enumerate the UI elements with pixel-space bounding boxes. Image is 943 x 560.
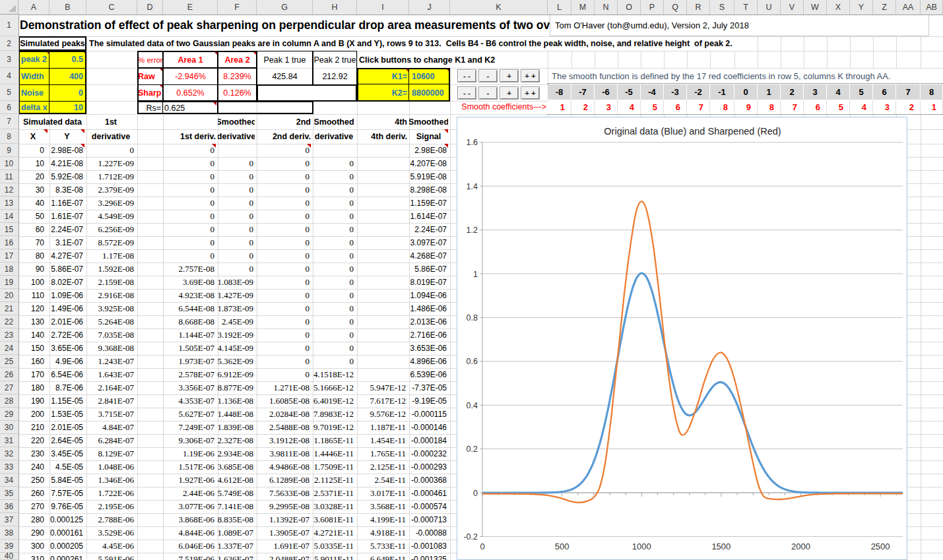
row-header-16[interactable]: 16 xyxy=(0,236,18,249)
cell-A21[interactable]: 120 xyxy=(18,302,48,315)
header8-derivative[interactable]: derivative xyxy=(218,129,255,144)
cell-H40[interactable]: 5.9011E-11 xyxy=(313,553,355,560)
cell-A13[interactable]: 40 xyxy=(18,197,48,210)
row-header-30[interactable]: 30 xyxy=(0,421,18,434)
cell-A34[interactable]: 250 xyxy=(18,474,48,487)
cell-F19[interactable]: 1.083E-09 xyxy=(218,276,255,289)
cell-B33[interactable]: 4.5E-05 xyxy=(49,460,84,474)
cell-B36[interactable]: 9.76E-05 xyxy=(49,500,84,513)
row-header-3[interactable]: 3 xyxy=(0,51,18,68)
column-header-N[interactable]: N xyxy=(595,0,618,15)
k-buttons-caption[interactable]: Click buttons to change K1 and K2 xyxy=(359,51,550,68)
cell-G37[interactable]: 1.1392E-07 xyxy=(257,513,311,526)
cell-I38[interactable]: 4.918E-11 xyxy=(357,526,407,540)
cell-A24[interactable]: 150 xyxy=(18,342,48,355)
cell-H39[interactable]: 5.0335E-11 xyxy=(313,540,355,553)
cell-H32[interactable]: 1.4446E-11 xyxy=(313,447,355,460)
cell-C39[interactable]: 4.45E-06 xyxy=(86,540,135,553)
cell-G15[interactable]: 0 xyxy=(257,223,311,236)
cell-C15[interactable]: 6.256E-09 xyxy=(86,223,135,236)
column-header-E[interactable]: E xyxy=(163,0,218,15)
row-header-19[interactable]: 19 xyxy=(0,276,18,289)
cell-F26[interactable]: 6.912E-09 xyxy=(218,368,255,381)
cell-B16[interactable]: 3.1E-07 xyxy=(49,236,84,249)
column-header-Z[interactable]: Z xyxy=(873,0,896,15)
cell-H33[interactable]: 1.7509E-11 xyxy=(313,460,355,474)
cell-E28[interactable]: 4.353E-07 xyxy=(163,394,216,408)
cell-A38[interactable]: 290 xyxy=(18,526,48,540)
cell-E29[interactable]: 5.627E-07 xyxy=(163,408,216,421)
column-header-Y[interactable]: Y xyxy=(850,0,873,15)
cell-A16[interactable]: 70 xyxy=(18,236,48,249)
cell-F40[interactable]: 1.636E-07 xyxy=(218,553,255,560)
row-header-14[interactable]: 14 xyxy=(0,210,18,223)
cell-A22[interactable]: 130 xyxy=(18,315,48,328)
header8-4thderiv[interactable]: 4th deriv. xyxy=(357,129,407,144)
cell-E32[interactable]: 1.19E-06 xyxy=(163,447,216,460)
cell-B35[interactable]: 7.57E-05 xyxy=(49,487,84,500)
cell-J33[interactable]: -0.000293 xyxy=(409,460,448,474)
row-header-2[interactable]: 2 xyxy=(0,36,18,51)
header7-col9[interactable]: Smoothed xyxy=(409,114,448,129)
cell-J20[interactable]: 1.094E-06 xyxy=(409,289,448,302)
cell-J14[interactable]: 1.614E-07 xyxy=(409,210,448,223)
cell-A40[interactable]: 310 xyxy=(18,553,48,560)
cell-J26[interactable]: 6.539E-06 xyxy=(409,368,448,381)
cell-C35[interactable]: 1.722E-06 xyxy=(86,487,135,500)
cell-I37[interactable]: 4.199E-11 xyxy=(357,513,407,526)
header7-col7[interactable]: Smoothed xyxy=(313,114,355,129)
cell-H35[interactable]: 2.5371E-11 xyxy=(313,487,355,500)
row-header-39[interactable]: 39 xyxy=(0,540,18,553)
cell-C25[interactable]: 1.243E-07 xyxy=(86,355,135,368)
cell-F23[interactable]: 3.192E-09 xyxy=(218,328,255,342)
cell-I32[interactable]: 1.765E-11 xyxy=(357,447,407,460)
cell-J24[interactable]: 3.653E-06 xyxy=(409,342,448,355)
header8-Signal[interactable]: Signal xyxy=(409,129,448,144)
cell-F37[interactable]: 8.835E-08 xyxy=(218,513,255,526)
cell-J39[interactable]: -0.001083 xyxy=(409,540,448,553)
column-header-U[interactable]: U xyxy=(758,0,781,15)
cell-B20[interactable]: 1.09E-06 xyxy=(49,289,84,302)
cell-E36[interactable]: 3.077E-06 xyxy=(163,500,216,513)
cell-A39[interactable]: 300 xyxy=(18,540,48,553)
cell-J28[interactable]: -9.19E-05 xyxy=(409,394,448,408)
cell-G40[interactable]: 2.0488E-07 xyxy=(257,553,311,560)
cell-B24[interactable]: 3.65E-06 xyxy=(49,342,84,355)
embedded-chart[interactable]: 1.61.41.210.80.60.40.20-0.20500100015002… xyxy=(457,117,907,560)
cell-F36[interactable]: 7.141E-08 xyxy=(218,500,255,513)
cell-B27[interactable]: 8.7E-06 xyxy=(49,381,84,394)
cell-H25[interactable]: 0 xyxy=(313,355,355,368)
cell-C40[interactable]: 5.591E-06 xyxy=(86,553,135,560)
row-header-1[interactable]: 1 xyxy=(0,15,18,36)
row-header-7[interactable]: 7 xyxy=(0,114,18,129)
cell-C14[interactable]: 4.549E-09 xyxy=(86,210,135,223)
cell-H22[interactable]: 0 xyxy=(313,315,355,328)
cell-I29[interactable]: 9.576E-12 xyxy=(357,408,407,421)
row-header-24[interactable]: 24 xyxy=(0,342,18,355)
coefficient-10[interactable]: 8 xyxy=(758,100,781,114)
cell-C37[interactable]: 2.788E-06 xyxy=(86,513,135,526)
cell-E25[interactable]: 1.973E-07 xyxy=(163,355,216,368)
sheet-description[interactable]: The simulated data of two Gaussian peaks… xyxy=(89,36,749,51)
header8-2ndderiv[interactable]: 2nd deriv. xyxy=(257,129,311,144)
header8-derivative[interactable]: derivative xyxy=(86,129,135,144)
column-header-T[interactable]: T xyxy=(734,0,758,15)
column-header-AB[interactable]: AB xyxy=(921,0,943,15)
cell-F16[interactable]: 0 xyxy=(218,236,255,249)
cell-G39[interactable]: 1.691E-07 xyxy=(257,540,311,553)
row-header-12[interactable]: 12 xyxy=(0,183,18,197)
cell-B10[interactable]: 4.21E-08 xyxy=(49,157,84,170)
cell-A31[interactable]: 220 xyxy=(18,434,48,447)
column-header-B[interactable]: B xyxy=(49,0,86,15)
cell-B21[interactable]: 1.49E-06 xyxy=(49,302,84,315)
header8-1stderiv[interactable]: 1st deriv. xyxy=(163,129,216,144)
cell-E11[interactable]: 0 xyxy=(163,170,216,183)
cell-C12[interactable]: 2.379E-09 xyxy=(86,183,135,197)
cell-C32[interactable]: 8.129E-07 xyxy=(86,447,135,460)
cell-I33[interactable]: 2.125E-11 xyxy=(357,460,407,474)
cell-B9[interactable]: 2.98E-08 xyxy=(49,144,84,157)
cell-F39[interactable]: 1.337E-07 xyxy=(218,540,255,553)
coefficient-4[interactable]: 4 xyxy=(618,100,641,114)
row-header-11[interactable]: 11 xyxy=(0,170,18,183)
coefficient-7[interactable]: 7 xyxy=(687,100,710,114)
